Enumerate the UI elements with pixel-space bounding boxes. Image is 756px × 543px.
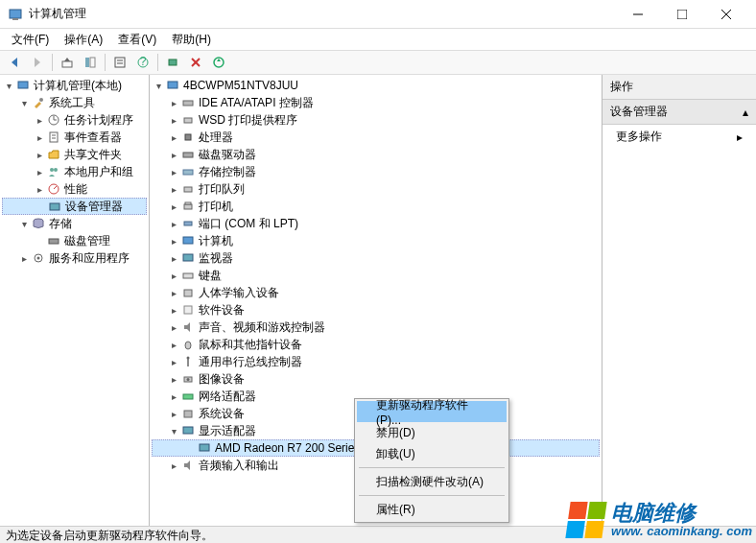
expander-icon[interactable]: ▾ — [17, 219, 31, 229]
node-software-dev[interactable]: ▸软件设备 — [152, 301, 600, 319]
software-icon — [180, 302, 196, 318]
toolbar-separator — [52, 54, 53, 71]
node-storage-ctrl[interactable]: ▸存储控制器 — [152, 163, 600, 180]
node-ports[interactable]: ▸端口 (COM 和 LPT) — [152, 215, 600, 232]
computer-icon — [15, 78, 31, 93]
storage-icon — [31, 216, 46, 231]
help-button[interactable]: ? — [132, 52, 154, 73]
expander-icon[interactable]: ▸ — [167, 357, 180, 367]
pc-icon — [165, 78, 180, 93]
network-icon — [180, 389, 196, 404]
node-printers[interactable]: ▸打印机 — [152, 198, 600, 215]
expander-icon[interactable]: ▸ — [167, 184, 180, 195]
left-tree-panel[interactable]: ▾计算机管理(本地) ▾系统工具 ▸任务计划程序 ▸事件查看器 ▸共享文件夹 ▸… — [0, 75, 150, 526]
expander-icon[interactable]: ▸ — [167, 460, 180, 471]
node-print-queue[interactable]: ▸打印队列 — [152, 180, 600, 198]
actions-more[interactable]: 更多操作 ▸ — [602, 125, 756, 149]
expander-icon[interactable]: ▸ — [167, 305, 180, 316]
tree-sys-tools[interactable]: ▾系统工具 — [2, 94, 147, 111]
expander-icon[interactable]: ▸ — [167, 253, 180, 264]
node-imaging[interactable]: ▸图像设备 — [152, 370, 600, 388]
tree-storage[interactable]: ▾存储 — [2, 215, 147, 232]
expander-icon[interactable]: ▸ — [167, 409, 180, 419]
tree-root[interactable]: ▾计算机管理(本地) — [2, 77, 147, 94]
ctx-uninstall[interactable]: 卸载(U) — [357, 443, 507, 464]
expander-icon[interactable]: ▾ — [17, 98, 31, 108]
expander-icon[interactable]: ▸ — [33, 115, 46, 126]
maximize-button[interactable] — [660, 0, 704, 29]
tree-disk-mgmt[interactable]: 磁盘管理 — [2, 232, 147, 249]
node-sound[interactable]: ▸声音、视频和游戏控制器 — [152, 319, 600, 336]
expander-icon[interactable]: ▸ — [33, 150, 46, 160]
expander-icon[interactable]: ▸ — [167, 115, 180, 126]
expander-icon[interactable]: ▸ — [17, 253, 31, 264]
tree-event-viewer[interactable]: ▸事件查看器 — [2, 129, 147, 146]
ctx-properties[interactable]: 属性(R) — [357, 499, 507, 520]
expander-icon[interactable]: ▸ — [167, 374, 180, 385]
forward-button[interactable] — [27, 52, 48, 73]
expander-icon[interactable]: ▸ — [167, 391, 180, 402]
back-button[interactable] — [4, 52, 25, 73]
hdd-icon — [180, 147, 196, 162]
close-button[interactable] — [704, 0, 748, 29]
show-hide-tree-button[interactable] — [80, 52, 101, 73]
properties-button[interactable] — [109, 52, 130, 73]
tree-task-sched[interactable]: ▸任务计划程序 — [2, 111, 147, 129]
ctx-update-driver[interactable]: 更新驱动程序软件(P)... — [357, 401, 507, 422]
node-hid[interactable]: ▸人体学输入设备 — [152, 284, 600, 301]
expander-icon[interactable]: ▸ — [33, 132, 46, 143]
svg-rect-50 — [183, 254, 193, 261]
up-button[interactable] — [57, 52, 78, 73]
scan-hardware-button[interactable] — [162, 52, 183, 73]
expander-icon[interactable]: ▸ — [167, 340, 180, 350]
tree-shared-folders[interactable]: ▸共享文件夹 — [2, 146, 147, 163]
node-monitors[interactable]: ▸监视器 — [152, 249, 600, 267]
expander-icon[interactable]: ▸ — [33, 184, 46, 195]
menu-file[interactable]: 文件(F) — [4, 30, 57, 50]
node-computer[interactable]: ▾4BCWPM51NTV8JUU — [152, 77, 600, 94]
expander-icon[interactable]: ▾ — [2, 81, 15, 91]
actions-more-label: 更多操作 — [616, 129, 662, 145]
expander-icon[interactable]: ▸ — [167, 167, 180, 177]
tree-performance[interactable]: ▸性能 — [2, 180, 147, 198]
expander-icon[interactable]: ▾ — [152, 81, 165, 91]
menu-view[interactable]: 查看(V) — [110, 30, 164, 50]
expander-icon[interactable]: ▸ — [167, 322, 180, 333]
minimize-button[interactable] — [616, 0, 660, 29]
node-wsd[interactable]: ▸WSD 打印提供程序 — [152, 111, 600, 129]
node-ide[interactable]: ▸IDE ATA/ATAPI 控制器 — [152, 94, 600, 111]
menu-help[interactable]: 帮助(H) — [164, 30, 219, 50]
node-mouse[interactable]: ▸鼠标和其他指针设备 — [152, 336, 600, 353]
app-icon — [8, 7, 23, 22]
tree-local-users[interactable]: ▸本地用户和组 — [2, 163, 147, 180]
node-computers[interactable]: ▸计算机 — [152, 232, 600, 249]
hid-icon — [180, 285, 196, 300]
svg-text:?: ? — [140, 56, 147, 68]
ctx-scan-hardware[interactable]: 扫描检测硬件改动(A) — [357, 471, 507, 492]
expander-icon[interactable]: ▸ — [167, 219, 180, 229]
tree-device-mgr[interactable]: 设备管理器 — [2, 198, 147, 215]
node-keyboards[interactable]: ▸键盘 — [152, 267, 600, 284]
svg-rect-10 — [85, 58, 89, 67]
node-cpu[interactable]: ▸处理器 — [152, 129, 600, 146]
expander-icon[interactable]: ▸ — [167, 236, 180, 247]
menu-action[interactable]: 操作(A) — [57, 30, 110, 50]
expander-icon[interactable]: ▸ — [167, 201, 180, 212]
title-bar: 计算机管理 — [0, 0, 756, 29]
expander-icon[interactable]: ▸ — [167, 132, 180, 143]
usb-icon — [180, 354, 196, 369]
uninstall-button[interactable] — [185, 52, 206, 73]
expander-icon[interactable]: ▾ — [167, 426, 180, 437]
actions-section[interactable]: 设备管理器 ▴ — [602, 100, 756, 125]
svg-point-31 — [54, 168, 58, 172]
node-usb[interactable]: ▸通用串行总线控制器 — [152, 353, 600, 370]
expander-icon[interactable]: ▸ — [33, 167, 46, 177]
update-driver-button[interactable] — [208, 52, 229, 73]
expander-icon[interactable]: ▸ — [167, 150, 180, 160]
node-disk-drives[interactable]: ▸磁盘驱动器 — [152, 146, 600, 163]
tree-services[interactable]: ▸服务和应用程序 — [2, 249, 147, 267]
expander-icon[interactable]: ▸ — [167, 98, 180, 108]
expander-icon[interactable]: ▸ — [167, 271, 180, 281]
svg-rect-22 — [18, 82, 28, 88]
expander-icon[interactable]: ▸ — [167, 288, 180, 298]
